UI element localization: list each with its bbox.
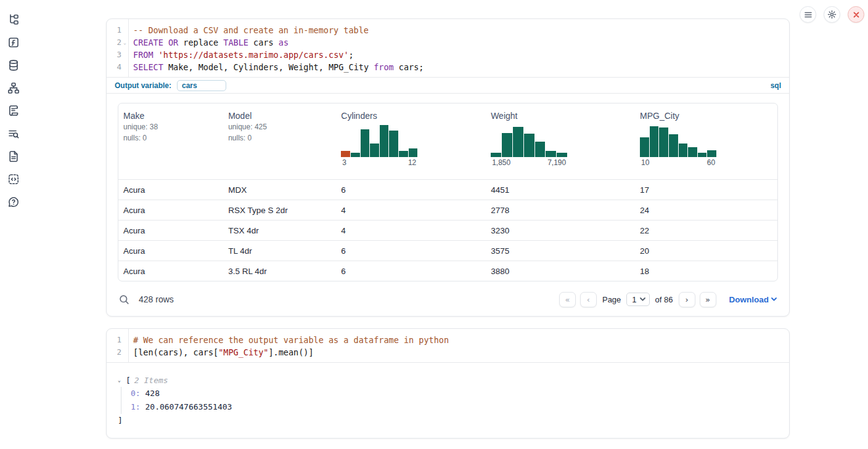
histogram-bar[interactable] [524, 134, 534, 157]
search-icon[interactable] [119, 294, 129, 305]
table-cell: 3230 [486, 226, 635, 235]
token-plain: replace [178, 38, 223, 47]
chevron-down-icon[interactable]: ⌄ [118, 378, 126, 383]
sql-language-badge[interactable]: sql [771, 81, 781, 90]
histogram-bar[interactable] [380, 125, 389, 157]
table-cell: 6 [336, 246, 486, 256]
column-header-Model[interactable]: Modelunique: 425nulls: 0 [223, 103, 336, 179]
histogram-bar[interactable] [535, 142, 546, 157]
column-stat: nulls: 0 [228, 133, 331, 143]
table-cell: 4 [336, 226, 486, 235]
histogram-bar[interactable] [409, 148, 418, 157]
column-stat: unique: 425 [228, 122, 331, 132]
histogram-bar[interactable] [546, 151, 556, 157]
column-header-Weight[interactable]: Weight1,8507,190 [486, 103, 635, 179]
table-cell: 3880 [486, 267, 635, 276]
histogram-bar[interactable] [659, 127, 668, 157]
chevron-down-icon [771, 297, 777, 301]
dependency-graph-icon[interactable] [7, 81, 20, 95]
table-cell: 3575 [486, 246, 635, 256]
menu-button[interactable] [800, 6, 816, 23]
list-search-icon[interactable] [7, 127, 20, 140]
token-plain: [len(cars), cars[ [133, 347, 218, 357]
page-select[interactable]: 1 [626, 293, 649, 306]
output-variable-label: Output variable: [115, 81, 171, 90]
code-line[interactable]: 1-- Download a CSV and create an in-memo… [107, 24, 789, 36]
token-plain [154, 50, 158, 60]
histogram-bar[interactable] [669, 134, 678, 157]
page-total: of 86 [655, 295, 673, 304]
histogram-bar[interactable] [557, 153, 567, 157]
column-header-MPG_City[interactable]: MPG_City1060 [635, 103, 777, 179]
histogram-bar[interactable] [640, 137, 649, 157]
output-variable-input[interactable]: cars [177, 80, 226, 91]
histogram-bar[interactable] [679, 144, 688, 157]
python-code-editor[interactable]: 1# We can reference the output variable … [107, 329, 789, 362]
histogram-bar[interactable] [389, 131, 398, 157]
histogram-bar[interactable] [698, 153, 707, 157]
help-icon[interactable] [7, 195, 20, 209]
last-page-button[interactable]: » [700, 292, 716, 307]
table-cell: TSX 4dr [223, 226, 336, 235]
token-string: "MPG_City" [218, 347, 268, 357]
file-tree-icon[interactable] [7, 13, 20, 26]
settings-button[interactable] [824, 6, 840, 23]
histogram-axis-labels: 1060 [640, 157, 716, 167]
sql-code-editor[interactable]: 1-- Download a CSV and create an in-memo… [107, 19, 789, 77]
table-row[interactable]: AcuraMDX6445117 [118, 179, 777, 200]
histogram-bar[interactable] [351, 153, 360, 157]
row-count: 428 rows [139, 294, 174, 304]
token-plain [163, 38, 168, 47]
histogram-bar[interactable] [341, 151, 350, 157]
histogram-bar[interactable] [399, 151, 408, 157]
line-number: 3 [107, 49, 121, 61]
code-line[interactable]: 4SELECT Make, Model, Cylinders, Weight, … [107, 61, 789, 73]
snippets-icon[interactable] [7, 172, 20, 186]
topbar-controls [800, 6, 864, 23]
fold-icon[interactable]: ⌄ [121, 36, 128, 49]
fold-spacer [121, 49, 128, 61]
page-label: Page [602, 295, 621, 304]
entry-value: 20.060747663551403 [145, 402, 232, 411]
document-icon[interactable] [7, 150, 20, 163]
token-keyword: SELECT [133, 62, 163, 72]
table-row[interactable]: AcuraTL 4dr6357520 [118, 240, 777, 261]
download-label: Download [729, 295, 769, 304]
histogram-bar[interactable] [361, 129, 370, 157]
prev-page-button[interactable]: ‹ [580, 292, 597, 307]
table-row[interactable]: AcuraRSX Type S 2dr4277824 [118, 200, 777, 220]
histogram-bar[interactable] [707, 150, 716, 157]
code-line[interactable]: 2⌄CREATE OR replace TABLE cars as [107, 36, 789, 49]
data-table: Makeunique: 38nulls: 0Modelunique: 425nu… [118, 103, 778, 281]
entry-key: 0: [131, 389, 145, 398]
column-header-Cylinders[interactable]: Cylinders312 [336, 103, 486, 179]
column-header-Make[interactable]: Makeunique: 38nulls: 0 [118, 103, 223, 179]
first-page-button[interactable]: « [559, 292, 576, 307]
table-cell: 20 [635, 246, 777, 256]
table-row[interactable]: Acura3.5 RL 4dr6388018 [118, 261, 777, 281]
table-row[interactable]: AcuraTSX 4dr4323022 [118, 220, 777, 240]
close-bracket: ] [118, 414, 778, 427]
scroll-icon[interactable] [7, 104, 20, 118]
histogram-bar[interactable] [370, 144, 379, 157]
axis-max-label: 7,190 [547, 158, 566, 167]
code-line[interactable]: 1# We can reference the output variable … [107, 334, 789, 346]
shutdown-button[interactable] [848, 6, 864, 23]
database-icon[interactable] [7, 59, 20, 72]
fold-spacer [121, 346, 128, 358]
download-button[interactable]: Download [729, 295, 777, 304]
next-page-button[interactable]: › [679, 292, 695, 307]
code-line[interactable]: 3FROM 'https://datasets.marimo.app/cars.… [107, 49, 789, 61]
histogram-bar[interactable] [502, 133, 512, 157]
table-cell: TL 4dr [223, 246, 336, 256]
tree-entry: 1: 20.060747663551403 [131, 400, 778, 414]
histogram-bar[interactable] [650, 126, 659, 157]
histogram-bar[interactable] [688, 147, 697, 157]
functions-icon[interactable] [7, 36, 20, 49]
histogram-axis-labels: 1,8507,190 [491, 157, 567, 167]
code-line[interactable]: 2[len(cars), cars["MPG_City"].mean()] [107, 346, 789, 358]
histogram-bar[interactable] [513, 127, 523, 157]
table-cell: 4 [336, 206, 486, 215]
histogram-bar[interactable] [491, 153, 501, 157]
column-histogram: 1060 [640, 125, 716, 167]
